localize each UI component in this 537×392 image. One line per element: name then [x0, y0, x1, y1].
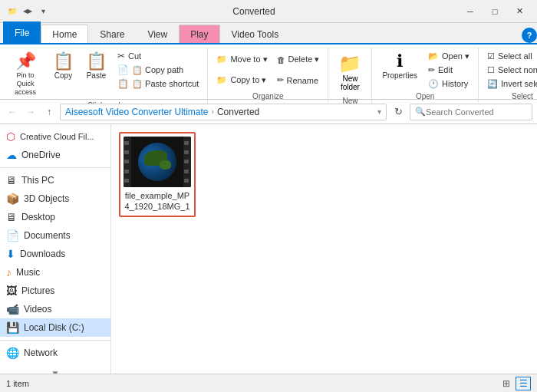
pictures-icon: 🖼	[6, 285, 17, 297]
sidebar-label-this-pc: This PC	[21, 175, 54, 186]
tab-share[interactable]: Share	[88, 25, 136, 43]
properties-icon: ℹ	[397, 53, 403, 70]
film-strip-right	[183, 137, 191, 187]
creative-cloud-icon: ⬡	[6, 130, 15, 143]
tab-video-tools[interactable]: Video Tools	[220, 25, 291, 43]
earth-globe	[138, 143, 176, 181]
sidebar-item-music[interactable]: ♪ Music	[0, 263, 110, 282]
select-all-icon: ☑	[487, 51, 495, 61]
copy-path-button[interactable]: 📄 📋 Copy path	[114, 63, 203, 77]
copy-to-button[interactable]: 📁 Copy to ▾	[212, 74, 271, 87]
sidebar-item-this-pc[interactable]: 🖥 This PC	[0, 171, 110, 189]
film-hole	[184, 170, 189, 173]
list-view-button[interactable]: ☰	[516, 377, 531, 390]
delete-button[interactable]: 🗑 Delete ▾	[273, 53, 324, 67]
clipboard-small-btns: ✂ Cut 📄 📋 Copy path 📋 📋 Paste shortcut	[114, 49, 203, 91]
up-button[interactable]: ↑	[41, 104, 57, 120]
back-button[interactable]: ←	[5, 104, 20, 120]
sidebar-label-creative-cloud: Creative Cloud Fil...	[20, 132, 94, 141]
help-button[interactable]: ?	[522, 28, 537, 43]
tab-file[interactable]: File	[3, 21, 41, 43]
history-icon: 🕐	[428, 79, 439, 89]
rename-button[interactable]: ✏ Rename	[273, 74, 324, 87]
edit-button[interactable]: ✏ Edit	[424, 63, 473, 77]
film-hole	[184, 150, 189, 154]
cut-button[interactable]: ✂ Cut	[114, 49, 203, 63]
invert-icon: 🔄	[487, 79, 498, 89]
delete-label: Delete ▾	[288, 54, 320, 64]
paste-shortcut-icon: 📋	[117, 78, 129, 89]
cut-icon: ✂	[117, 51, 125, 61]
clipboard-group-content: 📌 Pin to Quick access 📋 Copy 📋 Paste ✂ C…	[5, 49, 203, 100]
close-button[interactable]: ✕	[508, 4, 531, 19]
select-all-button[interactable]: ☑ Select all	[483, 49, 537, 63]
status-bar: 1 item ⊞ ☰	[0, 374, 537, 392]
pin-to-quick-access-button[interactable]: 📌 Pin to Quick access	[5, 49, 46, 100]
new-folder-button[interactable]: 📁 Newfolder	[333, 49, 367, 95]
title-bar-controls[interactable]: ─ □ ✕	[459, 4, 531, 19]
window-title: Converted	[49, 6, 459, 17]
sidebar-item-onedrive[interactable]: ☁ OneDrive	[0, 146, 110, 164]
film-strip-left	[124, 137, 131, 187]
network-icon: 🌐	[6, 347, 19, 359]
film-hole	[184, 179, 189, 183]
organize-label: Organize	[212, 91, 323, 100]
search-box[interactable]: 🔍	[410, 104, 532, 120]
sidebar-item-pictures[interactable]: 🖼 Pictures	[0, 282, 110, 300]
select-content: ☑ Select all ☐ Select none 🔄 Invert sele…	[483, 49, 537, 91]
tab-home[interactable]: Home	[41, 25, 88, 43]
sidebar-item-desktop[interactable]: 🖥 Desktop	[0, 208, 110, 226]
refresh-button[interactable]: ↻	[390, 104, 407, 120]
sidebar-item-3d-objects[interactable]: 📦 3D Objects	[0, 189, 110, 208]
sidebar-item-documents[interactable]: 📄 Documents	[0, 226, 110, 245]
sidebar-divider-2	[0, 340, 110, 341]
open-button[interactable]: 📂 Open ▾	[424, 49, 473, 63]
select-group: ☑ Select all ☐ Select none 🔄 Invert sele…	[479, 48, 537, 102]
sidebar-item-local-disk[interactable]: 💾 Local Disk (C:)	[0, 318, 110, 337]
chevron-down-icon: ▾	[377, 107, 381, 116]
paste-shortcut-button[interactable]: 📋 📋 Paste shortcut	[114, 77, 203, 91]
tab-view[interactable]: View	[136, 25, 179, 43]
sidebar-item-downloads[interactable]: ⬇ Downloads	[0, 245, 110, 263]
select-label: Select	[483, 91, 537, 100]
sidebar-label-downloads: Downloads	[20, 249, 65, 259]
sidebar-item-creative-cloud[interactable]: ⬡ Creative Cloud Fil...	[0, 127, 110, 146]
select-none-button[interactable]: ☐ Select none	[483, 63, 537, 77]
toolbar-icon: ▾	[37, 5, 49, 18]
this-pc-icon: 🖥	[6, 174, 17, 186]
maximize-button[interactable]: □	[483, 4, 506, 19]
file-name: file_example_MP4_1920_18MG_1	[124, 190, 191, 212]
pin-icon: 📌	[15, 53, 36, 70]
breadcrumb-arrow: ›	[212, 107, 214, 116]
local-disk-icon: 💾	[6, 321, 19, 334]
grid-view-button[interactable]: ⊞	[499, 377, 514, 390]
new-folder-icon: 📁	[338, 53, 361, 74]
forward-button[interactable]: →	[23, 104, 38, 120]
ribbon-tabs: File Home Share View Play Video Tools ?	[0, 23, 537, 44]
sidebar-item-videos[interactable]: 📹 Videos	[0, 300, 110, 318]
select-btns: ☑ Select all ☐ Select none 🔄 Invert sele…	[483, 49, 537, 91]
properties-button[interactable]: ℹ Properties	[377, 49, 423, 84]
sidebar-label-desktop: Desktop	[21, 212, 55, 222]
address-bar[interactable]: Aiseesoft Video Converter Ultimate › Con…	[60, 104, 387, 120]
invert-selection-button[interactable]: 🔄 Invert selection	[483, 77, 537, 91]
open-label: Open ▾	[442, 51, 469, 61]
minimize-button[interactable]: ─	[459, 4, 482, 19]
copy-button[interactable]: 📋 Copy	[48, 49, 79, 84]
file-item[interactable]: file_example_MP4_1920_18MG_1	[119, 132, 196, 217]
paste-button[interactable]: 📋 Paste	[81, 49, 112, 84]
earth-land2	[160, 160, 171, 170]
copy-path-label: 📋 Copy path	[132, 65, 183, 75]
move-to-icon: 📁	[216, 54, 227, 64]
history-button[interactable]: 🕐 History	[424, 77, 473, 91]
open-small-btns: 📂 Open ▾ ✏ Edit 🕐 History	[424, 49, 473, 91]
tab-play[interactable]: Play	[179, 25, 219, 43]
move-to-button[interactable]: 📁 Move to ▾	[212, 53, 271, 67]
onedrive-icon: ☁	[6, 149, 17, 161]
sidebar-item-network[interactable]: 🌐 Network	[0, 344, 110, 362]
desktop-icon: 🖥	[6, 211, 17, 223]
item-count: 1 item	[6, 379, 29, 388]
invert-label: Invert selection	[501, 79, 537, 88]
sidebar-scroll-down[interactable]: ▼	[0, 362, 110, 374]
search-input[interactable]	[426, 107, 532, 117]
